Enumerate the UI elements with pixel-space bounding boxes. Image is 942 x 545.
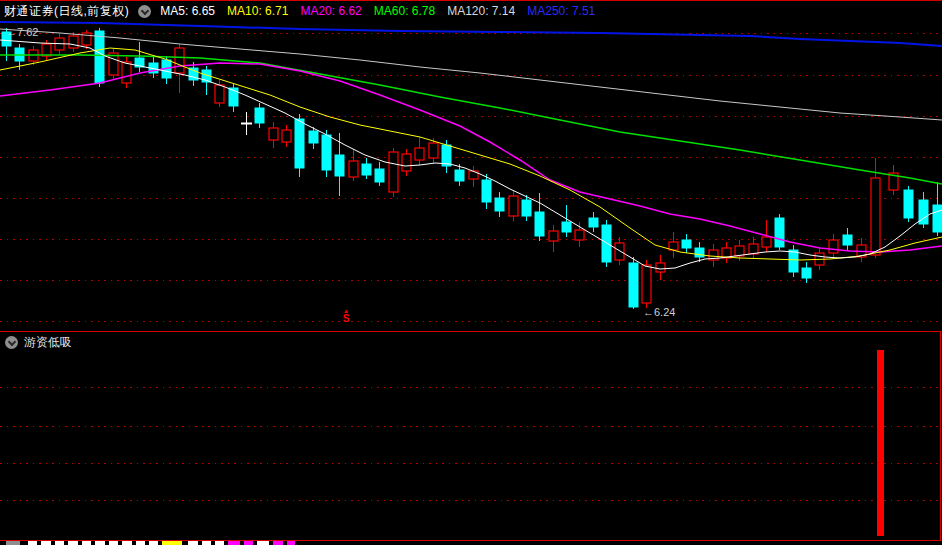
cutoff-text-fragment — [28, 541, 37, 545]
candle — [589, 212, 598, 232]
candle-body-up — [389, 152, 398, 192]
candle — [709, 244, 718, 267]
candle — [829, 234, 838, 258]
candle-body-up — [615, 243, 624, 260]
cutoff-text-fragment — [41, 541, 51, 545]
stock-chart-window: 财通证券(日线,前复权) MA5: 6.65MA10: 6.71MA20: 6.… — [0, 0, 942, 545]
candle — [349, 149, 358, 181]
candle-body-down — [843, 235, 852, 245]
candle-body-down — [362, 164, 371, 175]
chart-title: 财通证券(日线,前复权) — [4, 3, 129, 20]
candle — [495, 192, 504, 217]
ma-line-MA5 — [0, 40, 942, 269]
candle-body-down — [335, 155, 344, 176]
candle-body-up — [642, 265, 651, 303]
candle — [789, 245, 798, 277]
sub-panel-title: 游资低吸 — [24, 334, 72, 351]
ma-value-label: MA10: 6.71 — [227, 4, 288, 18]
candle-body-down — [802, 268, 811, 278]
candle — [375, 162, 384, 186]
candles-group — [2, 28, 942, 309]
candle-body-up — [122, 62, 131, 83]
high-price-label: ←7.62 — [6, 27, 38, 38]
candle-body-down — [629, 263, 638, 307]
candle-body-down — [933, 205, 942, 232]
candle — [122, 57, 131, 88]
candle — [109, 48, 118, 80]
ma-line-MA60 — [0, 55, 942, 184]
sub-panel-chevron-icon[interactable] — [5, 336, 18, 349]
cutoff-text-fragment — [122, 541, 132, 545]
sub-panel-header: 游资低吸 — [5, 334, 72, 351]
candle — [402, 149, 411, 176]
candle — [282, 125, 291, 147]
candle-body-down — [682, 240, 691, 248]
candle-body-up — [42, 44, 51, 56]
sell-marker-letter: S — [340, 314, 352, 324]
candle-body-down — [309, 131, 318, 143]
candlestick-chart-canvas[interactable] — [0, 0, 942, 545]
candle — [695, 242, 704, 262]
candle-body-down — [255, 108, 264, 123]
ma-value-label: MA20: 6.62 — [300, 4, 361, 18]
sub-panel-right-border — [940, 331, 941, 540]
candle — [669, 232, 678, 258]
candle-body-up — [415, 148, 424, 160]
candle-body-down — [904, 190, 913, 218]
cutoff-indicator-row — [0, 541, 942, 545]
candle-body-up — [509, 196, 518, 216]
candle — [549, 225, 558, 252]
candle — [802, 262, 811, 283]
candle-body-up — [762, 237, 771, 247]
cutoff-text-fragment — [215, 541, 224, 545]
candle — [295, 114, 304, 177]
cutoff-text-fragment — [162, 541, 182, 545]
candle — [362, 158, 371, 179]
cutoff-text-fragment — [188, 541, 198, 545]
low-price-label: ←6.24 — [643, 307, 675, 318]
candle-body-up — [749, 244, 758, 254]
candle-body-down — [442, 145, 451, 166]
candle-body-down — [95, 31, 104, 83]
sell-signal-marker: ▲ S — [340, 309, 352, 324]
candle-body-down — [775, 218, 784, 247]
candle — [69, 32, 78, 52]
cutoff-text-fragment — [95, 541, 105, 545]
window-top-border — [0, 0, 942, 1]
cutoff-text-fragment — [257, 541, 269, 545]
candle-body-down — [322, 135, 331, 170]
candle — [269, 122, 278, 148]
ma-value-label: MA60: 6.78 — [374, 4, 435, 18]
candle — [857, 238, 866, 262]
ma-line-MA10 — [0, 48, 942, 260]
candle — [843, 228, 852, 250]
candle — [933, 182, 942, 236]
ma-values-row: MA5: 6.65MA10: 6.71MA20: 6.62MA60: 6.78M… — [160, 4, 595, 18]
candle — [815, 247, 824, 270]
candle — [415, 137, 424, 165]
candle-body-down — [535, 212, 544, 236]
candle-body-down — [695, 248, 704, 257]
cutoff-text-fragment — [68, 541, 78, 545]
ma-line-MA120 — [0, 29, 942, 120]
candle-body-up — [656, 263, 665, 272]
candle-body-up — [175, 48, 184, 73]
cutoff-text-fragment — [202, 541, 211, 545]
candle-body-up — [69, 36, 78, 48]
candle — [469, 166, 478, 187]
candle — [602, 220, 611, 267]
candle — [682, 234, 691, 253]
collapse-chevron-icon[interactable] — [138, 5, 151, 18]
candle — [919, 192, 928, 228]
candle — [509, 190, 518, 221]
candle-body-up — [269, 128, 278, 140]
cutoff-text-fragment — [55, 541, 64, 545]
ma-value-label: MA5: 6.65 — [160, 4, 215, 18]
candle-body-down — [562, 222, 571, 232]
candle — [175, 44, 184, 93]
cutoff-text-fragment — [287, 541, 295, 545]
candle — [722, 242, 731, 263]
candle — [135, 42, 144, 72]
candle-body-up — [282, 130, 291, 142]
cutoff-text-fragment — [82, 541, 91, 545]
